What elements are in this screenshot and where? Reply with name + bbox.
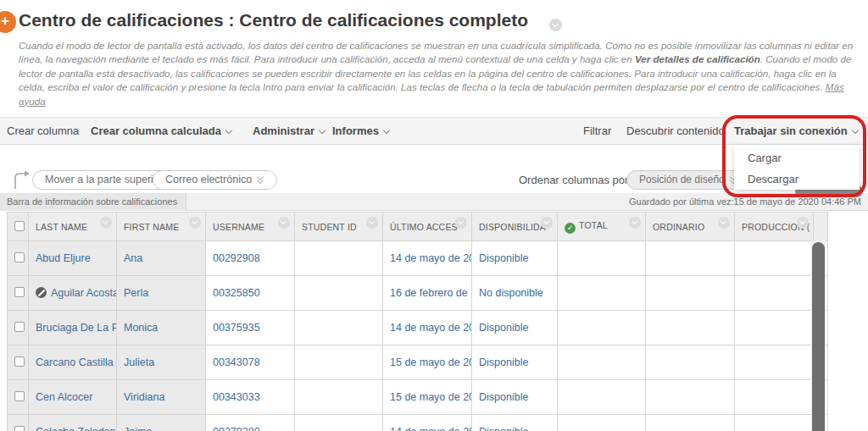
- column-menu-icon[interactable]: [100, 217, 112, 229]
- username-cell[interactable]: 00343033: [206, 380, 295, 415]
- manage-menu[interactable]: Administrar: [253, 124, 325, 137]
- row-checkbox[interactable]: [8, 276, 29, 311]
- produccion-cell[interactable]: [735, 345, 814, 380]
- external-grade-check-icon: ✓: [565, 223, 576, 234]
- select-all-checkbox[interactable]: [8, 213, 29, 241]
- total-cell[interactable]: [558, 276, 646, 311]
- chevron-down-icon: [225, 127, 232, 134]
- filter-button[interactable]: Filtrar: [583, 124, 611, 137]
- first-name-cell[interactable]: Monica: [117, 311, 206, 345]
- chevron-down-icon: [383, 127, 390, 134]
- user-unavailable-icon: [36, 287, 47, 298]
- email-button[interactable]: Correo electrónico: [153, 170, 277, 190]
- username-cell[interactable]: 00292908: [206, 241, 295, 276]
- col-header-ultimo-acceso[interactable]: ÚLTIMO ACCES: [383, 213, 472, 241]
- produccion-cell[interactable]: [735, 311, 814, 345]
- produccion-cell[interactable]: [735, 380, 814, 415]
- first-name-cell[interactable]: Julieta: [117, 345, 206, 380]
- ordinario-cell[interactable]: [646, 311, 735, 345]
- disponibilidad-cell: Disponible: [472, 241, 558, 276]
- total-cell[interactable]: [558, 241, 646, 276]
- sort-order-select[interactable]: Posición de diseño: [626, 170, 750, 190]
- username-cell[interactable]: 00343078: [206, 345, 295, 380]
- col-header-disponibilidad[interactable]: DISPONIBILIDA: [472, 213, 558, 241]
- sort-columns-label: Ordenar columnas por:: [519, 174, 632, 186]
- row-checkbox[interactable]: [8, 241, 29, 276]
- title-context-menu-icon[interactable]: [549, 19, 562, 31]
- produccion-cell[interactable]: [735, 415, 814, 431]
- create-column-button[interactable]: Crear columna: [7, 124, 79, 137]
- ultimo-acceso-cell: 15 de mayo de 202: [383, 380, 472, 415]
- column-menu-icon[interactable]: [541, 217, 553, 229]
- last-name-cell[interactable]: Cen Alcocer: [29, 380, 117, 415]
- last-name-cell[interactable]: Carcano Castilla: [29, 345, 117, 380]
- username-cell[interactable]: 00325850: [206, 276, 295, 311]
- menu-item-upload[interactable]: Cargar: [748, 152, 782, 164]
- username-cell[interactable]: 00375935: [206, 311, 295, 345]
- table-row: Colecho Zeledon Jaime 00279280 14 de may…: [8, 415, 828, 431]
- total-cell[interactable]: [558, 345, 646, 380]
- col-header-last-name[interactable]: LAST NAME: [29, 213, 117, 241]
- student-id-cell: [295, 380, 383, 415]
- col-header-produccion[interactable]: PRODUCCION (: [735, 213, 814, 241]
- col-header-ordinario[interactable]: ORDINARIO: [646, 213, 735, 241]
- first-name-cell[interactable]: Perla: [117, 276, 206, 311]
- col-header-student-id[interactable]: STUDENT ID: [295, 213, 383, 241]
- grade-info-bar-label: Barra de información sobre calificacione…: [0, 193, 186, 211]
- work-offline-menu[interactable]: Trabajar sin conexión: [734, 124, 858, 137]
- last-name-cell[interactable]: Colecho Zeledon: [29, 415, 117, 431]
- student-id-cell: [295, 241, 383, 276]
- row-checkbox[interactable]: [8, 380, 29, 415]
- column-menu-icon[interactable]: [278, 217, 290, 229]
- column-menu-icon[interactable]: [455, 217, 467, 229]
- last-name-cell[interactable]: Bruciaga De La Paz: [29, 311, 117, 345]
- disponibilidad-cell: Disponible: [472, 415, 558, 431]
- ordinario-cell[interactable]: [646, 241, 735, 276]
- ordinario-cell[interactable]: [646, 415, 735, 431]
- produccion-cell[interactable]: [735, 241, 814, 276]
- create-calculated-column-menu[interactable]: Crear columna calculada: [91, 124, 231, 137]
- column-menu-icon[interactable]: [718, 217, 730, 229]
- column-menu-icon[interactable]: [629, 217, 641, 229]
- last-name-cell[interactable]: Abud Eljure: [29, 241, 117, 276]
- username-cell[interactable]: 00279280: [206, 415, 295, 431]
- disponibilidad-cell: Disponible: [472, 380, 558, 415]
- first-name-cell[interactable]: Ana: [117, 241, 206, 276]
- total-cell[interactable]: [558, 380, 646, 415]
- column-menu-icon[interactable]: [797, 217, 809, 229]
- row-checkbox[interactable]: [8, 415, 29, 431]
- col-header-username[interactable]: USERNAME: [206, 213, 295, 241]
- discover-content-button[interactable]: Descubrir contenido: [626, 124, 725, 137]
- ordinario-cell[interactable]: [646, 380, 735, 415]
- produccion-cell[interactable]: [735, 276, 814, 311]
- table-header-row: LAST NAME FIRST NAME USERNAME STUDENT ID…: [8, 213, 828, 241]
- row-checkbox[interactable]: [8, 345, 29, 380]
- table-scrollbar[interactable]: [811, 240, 826, 431]
- ultimo-acceso-cell: 14 de mayo de 202: [383, 311, 472, 345]
- student-id-cell: [295, 311, 383, 345]
- col-header-total[interactable]: ✓TOTAL: [558, 213, 646, 241]
- ultimo-acceso-cell: 14 de mayo de 202: [383, 415, 472, 431]
- column-menu-icon[interactable]: [366, 217, 378, 229]
- menu-item-download[interactable]: Descargar: [748, 173, 798, 185]
- total-cell[interactable]: [558, 415, 646, 431]
- scrollbar-thumb[interactable]: [812, 242, 825, 431]
- chevron-down-icon: [319, 127, 326, 134]
- ordinario-cell[interactable]: [646, 345, 735, 380]
- work-offline-dropdown: Cargar Descargar: [734, 145, 860, 190]
- col-header-first-name[interactable]: FIRST NAME: [117, 213, 206, 241]
- total-cell[interactable]: [558, 311, 646, 345]
- first-name-cell[interactable]: Viridiana: [117, 380, 206, 415]
- first-name-cell[interactable]: Jaime: [117, 415, 206, 431]
- grade-info-bar: Barra de información sobre calificacione…: [0, 193, 868, 211]
- grade-center-page: + Centro de calificaciones : Centro de c…: [0, 0, 868, 431]
- column-menu-icon[interactable]: [189, 217, 201, 229]
- move-arrow-icon: [12, 169, 32, 193]
- collapse-header-icon[interactable]: +: [0, 11, 16, 33]
- last-name-cell[interactable]: Aguilar Acosta: [29, 276, 117, 311]
- reports-menu[interactable]: Informes: [332, 124, 389, 137]
- disponibilidad-cell: Disponible: [472, 311, 558, 345]
- ultimo-acceso-cell: 16 de febrero de 20: [383, 276, 472, 311]
- ordinario-cell[interactable]: [646, 276, 735, 311]
- row-checkbox[interactable]: [8, 311, 29, 345]
